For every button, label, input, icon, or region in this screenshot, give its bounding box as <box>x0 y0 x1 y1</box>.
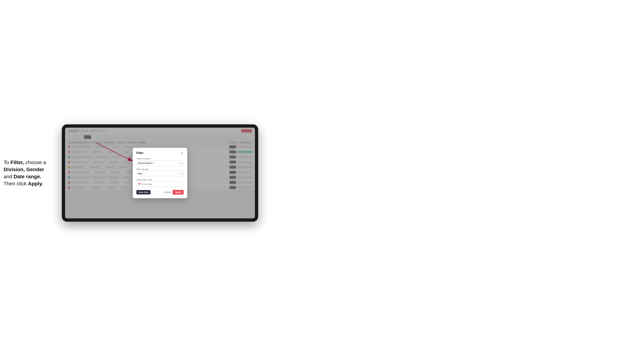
division-chevron-icon: ▴▾ <box>181 162 182 164</box>
modal-header: Filter ✕ <box>136 151 184 155</box>
gender-label: Select gender <box>136 168 184 170</box>
gender-select-icons: ✕ ▴▾ <box>178 173 182 175</box>
gender-select[interactable]: Men <box>136 171 184 176</box>
division-select[interactable]: NCAA Division I <box>136 161 184 166</box>
division-select-icons: ✕ ▴▾ <box>178 162 182 165</box>
gender-chevron-icon: ▴▾ <box>181 173 182 175</box>
date-range-field: Select Date range 📅 <box>136 179 184 187</box>
instruction-bold-division-gender: Division, Gender <box>4 167 44 172</box>
date-range-wrapper: 📅 <box>136 181 184 187</box>
instruction-line1: To Filter, choose a <box>4 160 46 165</box>
instruction-bold-apply: Apply. <box>28 181 43 186</box>
tablet-container: Filter ✕ Select a division NCAA Division… <box>62 124 258 222</box>
calendar-icon: 📅 <box>138 183 140 185</box>
division-clear-icon[interactable]: ✕ <box>178 162 180 165</box>
modal-footer-right: Cancel Apply <box>164 190 184 195</box>
cancel-button[interactable]: Cancel <box>164 191 171 193</box>
clear-filter-button[interactable]: Clear filter <box>136 190 150 194</box>
modal-close-button[interactable]: ✕ <box>180 151 184 155</box>
date-range-input[interactable] <box>136 181 184 187</box>
date-range-label: Select Date range <box>136 179 184 181</box>
instruction-text: To Filter, choose a Division, Gender and… <box>4 159 54 187</box>
instruction-line4: Then click Apply. <box>4 181 43 186</box>
apply-button[interactable]: Apply <box>172 190 184 195</box>
modal-overlay: Filter ✕ Select a division NCAA Division… <box>65 128 255 218</box>
division-field: Select a division NCAA Division I ✕ ▴▾ <box>136 158 184 166</box>
gender-field: Select gender Men ✕ ▴▾ <box>136 168 184 176</box>
division-select-wrapper: NCAA Division I ✕ ▴▾ <box>136 161 184 166</box>
tablet-frame: Filter ✕ Select a division NCAA Division… <box>62 124 258 222</box>
instruction-line3: and Date range. <box>4 174 41 179</box>
modal-title: Filter <box>136 151 144 155</box>
instruction-bold-filter: Filter, <box>10 160 24 165</box>
page-wrapper: To Filter, choose a Division, Gender and… <box>4 124 258 222</box>
filter-modal: Filter ✕ Select a division NCAA Division… <box>133 148 187 198</box>
modal-footer: Clear filter Cancel Apply <box>136 190 184 195</box>
gender-clear-icon[interactable]: ✕ <box>178 173 180 175</box>
gender-select-wrapper: Men ✕ ▴▾ <box>136 171 184 176</box>
tablet-screen: Filter ✕ Select a division NCAA Division… <box>65 128 255 218</box>
division-label: Select a division <box>136 158 184 160</box>
instruction-bold-date: Date range. <box>14 174 42 179</box>
